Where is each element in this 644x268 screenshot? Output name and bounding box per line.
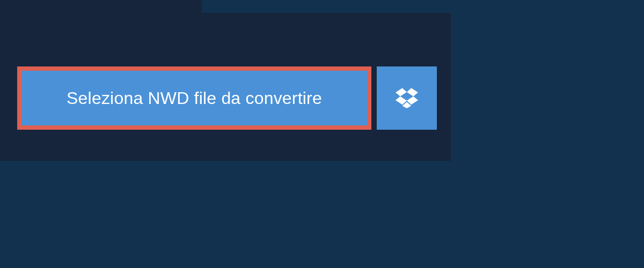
select-file-button[interactable]: Seleziona NWD file da convertire [17, 66, 371, 130]
dropbox-icon [396, 86, 418, 110]
dropbox-button[interactable] [377, 66, 437, 130]
converter-panel: Seleziona NWD file da convertire [0, 13, 451, 161]
select-file-label: Seleziona NWD file da convertire [67, 88, 322, 108]
button-row: Seleziona NWD file da convertire [17, 66, 437, 130]
